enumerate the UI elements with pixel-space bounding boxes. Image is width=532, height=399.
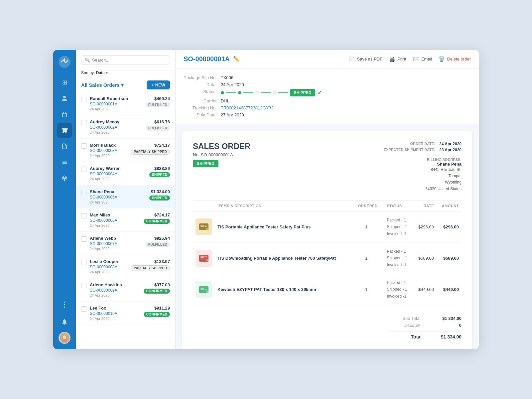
order-badge: CONFIRMED [144, 219, 170, 224]
order-list-item[interactable]: Audrey Mccoy SO-00000002A 24 Apr 2020 $6… [76, 115, 175, 139]
order-checkbox[interactable] [81, 260, 86, 265]
order-amount: $616.76 [154, 119, 170, 124]
sidebar-item-list[interactable] [57, 155, 72, 170]
save-pdf-button[interactable]: 📄 Save as PDF [349, 56, 383, 62]
delete-order-button[interactable]: 🗑️ Delete order [439, 56, 471, 62]
svg-rect-16 [200, 288, 204, 290]
tracking-value[interactable]: TR000214287723812GY32 [221, 105, 471, 110]
svg-rect-8 [204, 226, 207, 227]
order-checkbox[interactable] [81, 213, 86, 218]
tracking-label: Tracking No: [184, 105, 217, 110]
svg-rect-17 [204, 288, 207, 288]
sidebar-item-contacts[interactable] [57, 91, 72, 106]
status-track: SHIPPED ✓ [221, 89, 471, 96]
order-checkbox[interactable] [81, 97, 86, 102]
order-checkbox[interactable] [81, 190, 86, 195]
sidebar-item-bell[interactable] [57, 315, 72, 329]
order-checkbox[interactable] [81, 306, 86, 312]
package-slip-label: Package Slip No: [184, 75, 217, 80]
order-id: SO-00000001A [184, 55, 230, 63]
order-list-item[interactable]: Arlene Hawkins SO-00000009A 24 Apr 2020 … [76, 278, 175, 302]
svg-rect-7 [204, 225, 207, 225]
order-list-item[interactable]: Max Miles SO-00000006A 24 Apr 2020 $724.… [76, 208, 175, 232]
item-status: Packed - 1Shipped - 1Invoiced -1 [387, 248, 411, 268]
invoice-title: SALES ORDER [193, 142, 250, 151]
order-list-item[interactable]: Leslie Cooper SO-00000008A 24 Apr 2020 $… [76, 255, 175, 278]
status-line-1 [226, 92, 236, 93]
order-list-item[interactable]: Aubrey Warren SO-00000004A 24 Apr 2020 $… [76, 162, 175, 185]
order-number: SO-00000009A [90, 288, 140, 293]
order-checkbox[interactable] [81, 143, 86, 149]
order-date-label: ORDER DATE: [410, 142, 435, 146]
item-name: Kewtech EZYPAT PAT Tester 130 x 140 x 29… [217, 287, 350, 292]
order-number: SO-00000006A [90, 218, 140, 223]
order-checkbox[interactable] [81, 283, 86, 288]
order-checkbox[interactable] [81, 120, 86, 125]
email-button[interactable]: ✉️ Email [413, 56, 432, 62]
order-amount: $828.89 [154, 166, 170, 171]
order-amount: $724.17 [154, 143, 170, 148]
search-input[interactable] [92, 58, 166, 63]
sidebar-item-box[interactable] [57, 171, 72, 186]
new-order-button[interactable]: + NEW [147, 80, 170, 89]
item-status-cell: Packed - 1Shipped - 1Invoiced -1 [380, 274, 413, 305]
order-name: Max Miles [90, 212, 140, 217]
billing-name: Shane Pena [384, 162, 462, 167]
order-right: $616.76 FULFILLED [146, 119, 170, 131]
order-name: Morris Black [90, 143, 127, 148]
svg-point-9 [206, 228, 208, 230]
order-badge: FULFILLED [146, 102, 170, 107]
col-ordered: ORDERED [352, 200, 380, 211]
order-date: 24 Apr 2020 [90, 107, 142, 111]
order-list-item[interactable]: Lee Fox SO-00000010A 24 Apr 2020 $911.29… [76, 302, 175, 325]
sort-bar: Sort by: Date ▾ [76, 70, 175, 79]
sidebar-item-grid[interactable]: ⊞ [57, 75, 72, 90]
col-amount: AMOUNT [437, 200, 462, 211]
item-name: TIS Downloading Portable Appliance Teste… [217, 256, 350, 261]
edit-icon[interactable]: ✏️ [233, 56, 240, 62]
item-name-cell: Kewtech EZYPAT PAT Tester 130 x 140 x 29… [215, 274, 352, 305]
svg-rect-18 [204, 289, 207, 290]
sidebar-item-document[interactable] [57, 139, 72, 154]
status-dot-2 [238, 91, 241, 94]
details-grid: Package Slip No: TX006 Data: 24 Apr 2020… [184, 75, 471, 117]
user-avatar[interactable] [59, 332, 70, 344]
invoice-header: SALES ORDER No. SO-000000001A SHIPPED OR… [193, 142, 462, 192]
order-checkbox[interactable] [81, 236, 86, 242]
items-table: ITEMS & DESCRIPTION ORDERED STATUS RATE … [193, 200, 462, 306]
order-list-item[interactable]: Shane Pena SO-00000005A 24 Apr 2020 $1 3… [76, 185, 175, 208]
svg-point-1 [64, 59, 65, 60]
order-date: 24 Apr 2020 [90, 317, 140, 321]
order-list-item[interactable]: Randall Robertson SO-00000001A 24 Apr 20… [76, 92, 175, 115]
order-checkbox[interactable] [81, 167, 86, 172]
item-status-cell: Packed - 1Shipped - 1Invoiced -1 [380, 211, 413, 242]
order-list-item[interactable]: Morris Black SO-00000003A 24 Apr 2020 $7… [76, 139, 175, 162]
sidebar-item-cart[interactable] [57, 123, 72, 138]
subtotal-value: $1 334.00 [435, 316, 462, 321]
search-input-wrapper[interactable]: 🔍 [81, 55, 170, 65]
all-orders-title: All Sales Orders ▾ [81, 82, 124, 88]
order-name: Randall Robertson [90, 96, 142, 101]
print-button[interactable]: 🖨️ Print [389, 56, 406, 62]
order-info: Randall Robertson SO-00000001A 24 Apr 20… [90, 96, 142, 111]
order-number: SO-00000002A [90, 125, 142, 130]
invoice-area: SALES ORDER No. SO-000000001A SHIPPED OR… [182, 131, 472, 349]
order-info: Shane Pena SO-00000005A 24 Apr 2020 [90, 189, 146, 204]
discount-value: 0 [435, 323, 462, 328]
total-value: $1 334.00 [435, 334, 462, 339]
package-slip-value: TX006 [221, 75, 471, 80]
order-date: 24 Apr 2020 [90, 223, 140, 227]
order-header: SO-00000001A ✏️ 📄 Save as PDF 🖨️ Print ✉… [176, 50, 479, 68]
sidebar-item-bag[interactable] [57, 107, 72, 122]
order-date: 24 Apr 2020 [90, 177, 146, 181]
order-badge: FULFILLED [146, 126, 170, 131]
order-list-item[interactable]: Arlene Webb SO-00000007A 24 Apr 2020 $92… [76, 232, 175, 255]
invoice-right: ORDER DATE: 24 Apr 2020 EXPECTED SHIPMEN… [384, 142, 462, 192]
order-badge: CONFIRMED [144, 312, 170, 317]
order-amount: $469.24 [154, 96, 170, 101]
order-right: $724.17 PARTIALY SHIPPED [131, 143, 170, 155]
order-info: Arlene Webb SO-00000007A 24 Apr 2020 [90, 236, 142, 251]
sidebar-item-more[interactable]: ⋮ [57, 297, 72, 312]
order-amount: $911.29 [154, 306, 170, 311]
item-status: Packed - 1Shipped - 1Invoiced -1 [387, 217, 411, 237]
